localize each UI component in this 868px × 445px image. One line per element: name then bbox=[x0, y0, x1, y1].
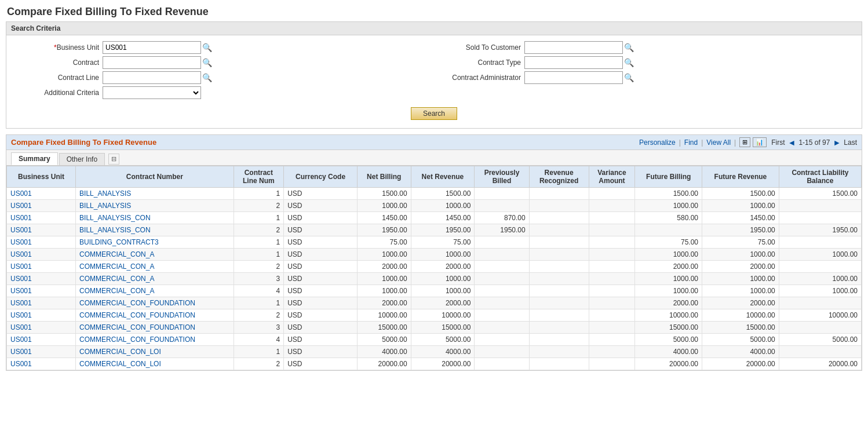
cell-business-unit[interactable]: US001 bbox=[7, 309, 76, 322]
contract-type-label: Contract Type bbox=[440, 59, 521, 67]
cell-contract-liability: 10000.00 bbox=[779, 309, 861, 322]
contract-line-label: Contract Line bbox=[18, 74, 99, 82]
cell-business-unit[interactable]: US001 bbox=[7, 297, 76, 309]
cell-contract-number[interactable]: COMMERCIAL_CON_A bbox=[76, 285, 234, 297]
prev-page-button[interactable]: ◄ bbox=[787, 138, 797, 147]
col-contract-liability: Contract LiabilityBalance bbox=[779, 166, 861, 188]
cell-contract-number[interactable]: COMMERCIAL_CON_A bbox=[76, 261, 234, 273]
cell-contract-liability bbox=[779, 322, 861, 334]
cell-business-unit[interactable]: US001 bbox=[7, 358, 76, 370]
cell-future-revenue: 4000.00 bbox=[702, 346, 779, 358]
cell-business-unit[interactable]: US001 bbox=[7, 188, 76, 200]
contract-admin-input[interactable] bbox=[524, 71, 623, 84]
cell-contract-number[interactable]: COMMERCIAL_CON_LOI bbox=[76, 358, 234, 370]
col-business-unit: Business Unit bbox=[7, 166, 76, 188]
cell-business-unit[interactable]: US001 bbox=[7, 273, 76, 285]
table-container: Business Unit Contract Number ContractLi… bbox=[6, 166, 862, 370]
business-unit-search-icon[interactable]: 🔍 bbox=[202, 43, 212, 52]
cell-contract-liability bbox=[779, 297, 861, 309]
cell-business-unit[interactable]: US001 bbox=[7, 322, 76, 334]
contract-admin-search-icon[interactable]: 🔍 bbox=[624, 73, 634, 82]
sold-to-customer-search-icon[interactable]: 🔍 bbox=[624, 43, 634, 52]
cell-contract-liability bbox=[779, 212, 861, 224]
cell-future-billing: 75.00 bbox=[635, 236, 702, 249]
contract-input[interactable] bbox=[103, 56, 201, 69]
grid-icon-button[interactable]: ⊞ bbox=[739, 137, 750, 147]
cell-line-num: 1 bbox=[234, 249, 284, 261]
cell-net-revenue: 4000.00 bbox=[411, 346, 475, 358]
cell-prev-billed bbox=[475, 249, 529, 261]
table-row: US001BUILDING_CONTRACT31USD75.0075.0075.… bbox=[7, 236, 862, 249]
last-label: Last bbox=[844, 138, 857, 147]
additional-criteria-select[interactable] bbox=[103, 86, 201, 99]
cell-net-revenue: 75.00 bbox=[411, 236, 475, 249]
cell-contract-number[interactable]: BILL_ANALYSIS bbox=[76, 200, 234, 212]
business-unit-input[interactable] bbox=[103, 41, 201, 54]
cell-contract-number[interactable]: BILL_ANALYSIS_CON bbox=[76, 224, 234, 236]
cell-contract-number[interactable]: BILL_ANALYSIS_CON bbox=[76, 212, 234, 224]
additional-criteria-label: Additional Criteria bbox=[18, 89, 99, 97]
cell-business-unit[interactable]: US001 bbox=[7, 200, 76, 212]
cell-currency: USD bbox=[284, 322, 358, 334]
personalize-link[interactable]: Personalize bbox=[639, 138, 676, 147]
cell-business-unit[interactable]: US001 bbox=[7, 224, 76, 236]
cell-currency: USD bbox=[284, 200, 358, 212]
cell-line-num: 4 bbox=[234, 285, 284, 297]
pagination: First ◄ 1-15 of 97 ► Last bbox=[771, 138, 857, 147]
col-prev-billed: PreviouslyBilled bbox=[475, 166, 529, 188]
view-all-link[interactable]: View All bbox=[706, 138, 731, 147]
cell-future-revenue: 2000.00 bbox=[702, 261, 779, 273]
cell-line-num: 1 bbox=[234, 188, 284, 200]
cell-currency: USD bbox=[284, 188, 358, 200]
cell-currency: USD bbox=[284, 212, 358, 224]
cell-future-revenue: 1000.00 bbox=[702, 285, 779, 297]
table-row: US001BILL_ANALYSIS2USD1000.001000.001000… bbox=[7, 200, 862, 212]
cell-net-billing: 1500.00 bbox=[357, 188, 411, 200]
cell-net-revenue: 20000.00 bbox=[411, 358, 475, 370]
cell-business-unit[interactable]: US001 bbox=[7, 285, 76, 297]
contract-line-input[interactable] bbox=[103, 71, 201, 84]
cell-business-unit[interactable]: US001 bbox=[7, 236, 76, 249]
cell-contract-liability bbox=[779, 200, 861, 212]
sold-to-customer-input[interactable] bbox=[524, 41, 623, 54]
cell-future-billing: 1000.00 bbox=[635, 200, 702, 212]
col-net-revenue: Net Revenue bbox=[411, 166, 475, 188]
export-icon-button[interactable]: 📊 bbox=[753, 137, 767, 147]
tab-icon-button[interactable]: ⊟ bbox=[108, 154, 119, 165]
cell-business-unit[interactable]: US001 bbox=[7, 261, 76, 273]
cell-variance bbox=[589, 346, 635, 358]
cell-contract-number[interactable]: COMMERCIAL_CON_FOUNDATION bbox=[76, 297, 234, 309]
cell-future-revenue: 1950.00 bbox=[702, 224, 779, 236]
contract-search-icon[interactable]: 🔍 bbox=[202, 58, 212, 67]
next-page-button[interactable]: ► bbox=[831, 138, 842, 147]
cell-business-unit[interactable]: US001 bbox=[7, 212, 76, 224]
cell-contract-number[interactable]: COMMERCIAL_CON_LOI bbox=[76, 346, 234, 358]
tab-summary[interactable]: Summary bbox=[11, 152, 58, 165]
cell-business-unit[interactable]: US001 bbox=[7, 249, 76, 261]
cell-contract-number[interactable]: BILL_ANALYSIS bbox=[76, 188, 234, 200]
cell-variance bbox=[589, 249, 635, 261]
cell-contract-liability: 5000.00 bbox=[779, 334, 861, 346]
cell-variance bbox=[589, 309, 635, 322]
cell-contract-number[interactable]: COMMERCIAL_CON_A bbox=[76, 249, 234, 261]
search-button[interactable]: Search bbox=[411, 107, 457, 120]
contract-type-input[interactable] bbox=[524, 56, 623, 69]
cell-contract-number[interactable]: COMMERCIAL_CON_FOUNDATION bbox=[76, 309, 234, 322]
cell-rev-recognized bbox=[529, 212, 589, 224]
find-link[interactable]: Find bbox=[684, 138, 698, 147]
page-range: 1-15 of 97 bbox=[798, 138, 830, 147]
cell-contract-number[interactable]: COMMERCIAL_CON_FOUNDATION bbox=[76, 322, 234, 334]
cell-line-num: 1 bbox=[234, 346, 284, 358]
cell-business-unit[interactable]: US001 bbox=[7, 346, 76, 358]
cell-variance bbox=[589, 273, 635, 285]
cell-net-revenue: 2000.00 bbox=[411, 297, 475, 309]
cell-contract-number[interactable]: BUILDING_CONTRACT3 bbox=[76, 236, 234, 249]
contract-line-search-icon[interactable]: 🔍 bbox=[202, 73, 212, 82]
cell-contract-number[interactable]: COMMERCIAL_CON_A bbox=[76, 273, 234, 285]
cell-business-unit[interactable]: US001 bbox=[7, 334, 76, 346]
tab-other-info[interactable]: Other Info bbox=[59, 153, 105, 165]
cell-contract-number[interactable]: COMMERCIAL_CON_FOUNDATION bbox=[76, 334, 234, 346]
cell-contract-liability bbox=[779, 236, 861, 249]
col-currency: Currency Code bbox=[284, 166, 358, 188]
contract-type-search-icon[interactable]: 🔍 bbox=[624, 58, 634, 67]
